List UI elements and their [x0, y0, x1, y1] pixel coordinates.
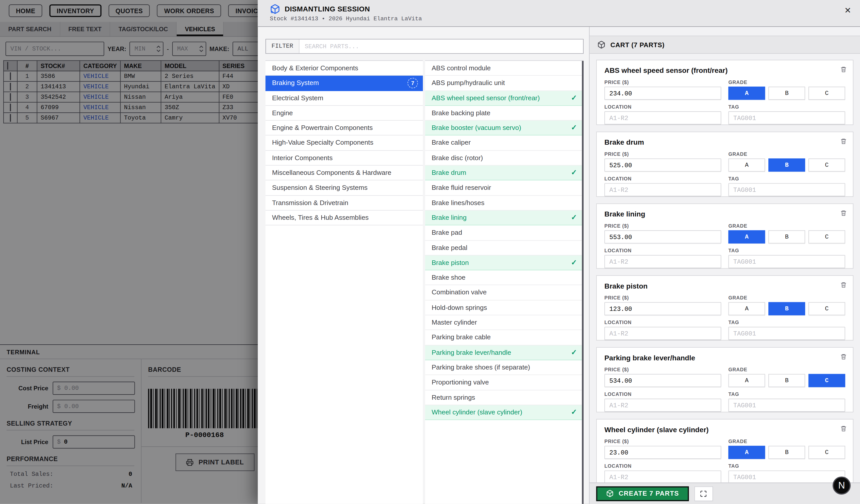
- create-parts-button[interactable]: CREATE 7 PARTS: [596, 486, 689, 501]
- part-item[interactable]: Proportioning valve: [425, 375, 584, 390]
- part-label: Brake drum: [431, 169, 466, 177]
- part-item[interactable]: Brake backing plate: [425, 106, 584, 121]
- grade-button-a[interactable]: A: [728, 158, 765, 172]
- category-item-selected[interactable]: Braking System 7: [266, 76, 423, 91]
- scrollbar[interactable]: [582, 61, 584, 504]
- category-item[interactable]: Miscellaneous Components & Hardware: [266, 166, 423, 181]
- grade-button-c[interactable]: C: [808, 230, 845, 243]
- tag-input[interactable]: [728, 183, 845, 197]
- grade-button-c[interactable]: C: [808, 446, 845, 459]
- cart-item-name: Wheel cylinder (slave cylinder): [604, 426, 845, 434]
- part-item-checked[interactable]: Parking brake lever/handle✓: [425, 345, 584, 360]
- part-label: Brake lining: [431, 214, 467, 221]
- part-item[interactable]: Parking brake shoes (if separate): [425, 360, 584, 375]
- tag-input[interactable]: [728, 255, 845, 268]
- grade-button-a[interactable]: A: [728, 230, 765, 243]
- part-item[interactable]: Brake lines/hoses: [425, 196, 584, 211]
- part-item-checked[interactable]: Brake booster (vacuum servo)✓: [425, 121, 584, 136]
- part-item[interactable]: ABS control module: [425, 61, 584, 76]
- category-item[interactable]: Electrical System: [266, 91, 423, 106]
- price-input[interactable]: [604, 230, 721, 243]
- trash-icon[interactable]: [840, 66, 847, 75]
- part-item[interactable]: Brake fluid reservoir: [425, 181, 584, 196]
- location-input[interactable]: [604, 183, 721, 197]
- part-item[interactable]: Hold-down springs: [425, 301, 584, 315]
- part-item[interactable]: ABS pump/hydraulic unit: [425, 76, 584, 91]
- part-item-checked[interactable]: Wheel cylinder (slave cylinder)✓: [425, 405, 584, 420]
- cart-title: CART (7 PARTS): [611, 41, 664, 48]
- grade-button-c[interactable]: C: [808, 374, 845, 387]
- part-item-checked[interactable]: Brake piston✓: [425, 256, 584, 271]
- tag-input[interactable]: [728, 327, 845, 340]
- grade-button-a[interactable]: A: [728, 446, 765, 459]
- category-item[interactable]: Transmission & Drivetrain: [266, 196, 423, 211]
- create-parts-label: CREATE 7 PARTS: [619, 490, 679, 498]
- grade-label: GRADE: [728, 223, 845, 229]
- cart-item-card: Brake piston PRICE ($) GRADE A B C: [596, 275, 854, 341]
- category-count-badge: 7: [407, 78, 418, 88]
- tag-input[interactable]: [728, 399, 845, 412]
- price-input[interactable]: [604, 158, 721, 172]
- tag-label: TAG: [728, 463, 845, 469]
- category-item[interactable]: High-Value Specialty Components: [266, 136, 423, 151]
- location-input[interactable]: [604, 399, 721, 412]
- trash-icon[interactable]: [840, 353, 847, 362]
- price-input[interactable]: [604, 374, 721, 387]
- grade-button-b[interactable]: B: [768, 374, 805, 387]
- price-input[interactable]: [604, 302, 721, 315]
- category-item[interactable]: Interior Components: [266, 151, 423, 166]
- part-item[interactable]: Return springs: [425, 390, 584, 405]
- nextjs-dev-badge[interactable]: N: [833, 477, 850, 494]
- tag-input[interactable]: [728, 471, 845, 483]
- location-input[interactable]: [604, 111, 721, 125]
- part-item-checked[interactable]: Brake drum✓: [425, 166, 584, 181]
- location-input[interactable]: [604, 471, 721, 483]
- part-item[interactable]: Brake caliper: [425, 136, 584, 151]
- price-input[interactable]: [604, 87, 721, 100]
- part-item[interactable]: Parking brake cable: [425, 330, 584, 345]
- trash-icon[interactable]: [840, 210, 847, 218]
- category-item[interactable]: Wheels, Tires & Hub Assemblies: [266, 211, 423, 226]
- grade-button-a[interactable]: A: [728, 87, 765, 100]
- close-icon[interactable]: ✕: [844, 6, 851, 14]
- part-item[interactable]: Brake disc (rotor): [425, 151, 584, 166]
- tag-input[interactable]: [728, 111, 845, 125]
- part-item[interactable]: Brake pad: [425, 226, 584, 241]
- location-label: LOCATION: [604, 104, 721, 110]
- grade-label: GRADE: [728, 80, 845, 85]
- grade-button-b[interactable]: B: [768, 302, 805, 315]
- part-item[interactable]: Brake shoe: [425, 271, 584, 286]
- location-input[interactable]: [604, 327, 721, 340]
- price-input[interactable]: [604, 446, 721, 459]
- grade-button-c[interactable]: C: [808, 302, 845, 315]
- location-input[interactable]: [604, 255, 721, 268]
- price-label: PRICE ($): [604, 439, 721, 444]
- cart-item-card: Brake lining PRICE ($) GRADE A B C: [596, 203, 854, 269]
- part-item-checked[interactable]: ABS wheel speed sensor (front/rear)✓: [425, 91, 584, 106]
- cart-panel: CART (7 PARTS) ABS wheel speed sensor (f…: [589, 27, 860, 504]
- trash-icon[interactable]: [840, 281, 847, 290]
- category-item[interactable]: Engine: [266, 106, 423, 121]
- grade-button-b[interactable]: B: [768, 158, 805, 172]
- part-item[interactable]: Brake pedal: [425, 241, 584, 256]
- part-item[interactable]: Master cylinder: [425, 315, 584, 330]
- fullscreen-icon[interactable]: [694, 486, 713, 501]
- grade-button-c[interactable]: C: [808, 87, 845, 100]
- screen: HOME INVENTORY QUOTES WORK ORDERS INVOIC…: [0, 0, 860, 504]
- parts-search-input[interactable]: [299, 40, 583, 53]
- category-item[interactable]: Suspension & Steering Systems: [266, 181, 423, 196]
- category-item[interactable]: Body & Exterior Components: [266, 61, 423, 76]
- modal-header: DISMANTLING SESSION Stock #1341413 • 202…: [258, 0, 860, 27]
- grade-button-a[interactable]: A: [728, 302, 765, 315]
- grade-button-c[interactable]: C: [808, 158, 845, 172]
- grade-button-b[interactable]: B: [768, 230, 805, 243]
- category-item[interactable]: Engine & Powertrain Components: [266, 121, 423, 136]
- grade-button-a[interactable]: A: [728, 374, 765, 387]
- price-label: PRICE ($): [604, 295, 721, 301]
- trash-icon[interactable]: [840, 425, 847, 434]
- grade-button-b[interactable]: B: [768, 446, 805, 459]
- part-item[interactable]: Combination valve: [425, 286, 584, 301]
- trash-icon[interactable]: [840, 138, 847, 146]
- part-item-checked[interactable]: Brake lining✓: [425, 211, 584, 226]
- grade-button-b[interactable]: B: [768, 87, 805, 100]
